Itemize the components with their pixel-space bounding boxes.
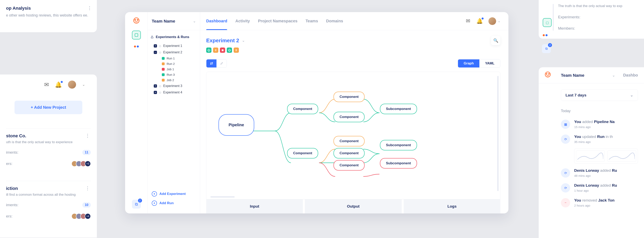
experiments-label: iments: <box>6 150 18 155</box>
add-project-button[interactable]: Add New Project <box>14 101 82 114</box>
card-title: iction <box>6 186 91 191</box>
experiment-3[interactable]: ◇Experiment 3 <box>150 83 197 89</box>
run-2[interactable]: Run 2 <box>150 61 197 66</box>
status-chip-orange[interactable]: ⏸ <box>213 47 218 53</box>
node-pipeline[interactable]: Pipeline <box>218 114 254 136</box>
sidebar: Team Name ⌄ Experiments & Runs ◇Experime… <box>148 12 200 214</box>
run-1[interactable]: Run 1 <box>150 56 197 61</box>
card-body: e other web hosting reviews, this websit… <box>6 13 91 18</box>
node-component[interactable]: Component <box>287 104 318 114</box>
topnav: Dashboard Activity Project Namespaces Te… <box>200 12 508 30</box>
rail-invite-icon[interactable]: ⧉2 <box>132 200 141 209</box>
pipeline-canvas[interactable]: Pipeline Component Component Component S… <box>206 72 500 199</box>
quote-text: The truth is that the only actual way to… <box>558 4 638 8</box>
chevron-down-icon[interactable]: ⌄ <box>612 73 615 78</box>
node-subcomponent[interactable]: Subcomponent <box>380 104 417 114</box>
layout-horizontal-button[interactable]: ⇄ <box>206 59 216 67</box>
activity-text: You updated Run in th <box>574 134 613 139</box>
plus-icon: + <box>152 191 157 197</box>
add-run-button[interactable]: +Add Run <box>152 199 196 208</box>
invite-icon[interactable]: ⧉2 <box>542 44 551 53</box>
search-button[interactable]: 🔍 <box>491 36 500 45</box>
view-yaml-button[interactable]: YAML <box>479 59 500 67</box>
node-component[interactable]: Component <box>334 92 364 102</box>
experiment-4[interactable]: ◇Experiment 4 <box>150 89 197 96</box>
activity-item[interactable]: ⟳You updated Run in th35 mins ago <box>561 132 638 147</box>
activity-item[interactable]: ⟳Denis Lorway added Ru1 hour ago <box>561 180 638 195</box>
activity-time: 1 hour ago <box>574 189 617 192</box>
user-icon: ◇ <box>159 51 161 54</box>
rail-workspace-dots[interactable] <box>543 34 548 36</box>
scrollbar-horizontal[interactable] <box>210 196 235 198</box>
card-title: op Analysis <box>6 6 91 11</box>
tab-input[interactable]: Input <box>206 199 303 214</box>
member-avatars: +4 <box>73 213 91 219</box>
node-component[interactable]: Component <box>334 112 364 122</box>
expand-icon[interactable] <box>154 44 157 47</box>
team-name[interactable]: Team Name <box>561 73 612 78</box>
date-range-select[interactable]: Last 7 days⌄ <box>561 89 638 101</box>
node-component[interactable]: Component <box>287 148 318 158</box>
node-component[interactable]: Component <box>334 148 364 158</box>
node-component[interactable]: Component <box>334 160 364 171</box>
tab-dashboard[interactable]: Dashboard <box>206 12 227 30</box>
more-icon[interactable]: ⋮ <box>85 133 90 138</box>
project-card-stone[interactable]: ⋮ stone Co. uth is that the only actual … <box>6 128 91 167</box>
avatar[interactable] <box>68 81 76 89</box>
tab-logs[interactable]: Logs <box>402 199 500 214</box>
status-chip-orange[interactable]: ⏸ <box>234 47 239 53</box>
scrollbar-vertical[interactable] <box>497 76 498 191</box>
mail-icon[interactable]: ✉ <box>44 81 49 88</box>
job-1[interactable]: Job 1 <box>150 66 197 72</box>
rail-workspace-dots[interactable] <box>134 45 139 47</box>
add-experiment-button[interactable]: +Add Experiment <box>152 189 196 199</box>
team-selector[interactable]: Team Name ⌄ <box>148 12 200 30</box>
tab-output[interactable]: Output <box>303 199 402 214</box>
more-icon[interactable]: ⋮ <box>85 185 90 191</box>
mail-icon[interactable]: ✉ <box>466 18 470 24</box>
bell-icon[interactable]: 🔔 <box>476 18 483 24</box>
tab-dashboard-partial[interactable]: Dashbo <box>623 73 638 78</box>
status-chip-green[interactable]: ⏻ <box>227 47 232 53</box>
user-icon: ◇ <box>159 44 161 47</box>
node-component[interactable]: Component <box>334 136 364 146</box>
members-label: Members: <box>558 26 575 31</box>
expand-icon[interactable] <box>154 91 157 94</box>
chevron-down-icon[interactable]: ⌄ <box>242 38 245 43</box>
more-icon[interactable]: ⋮ <box>87 5 92 11</box>
status-chip-red[interactable]: ⏹ <box>220 47 225 53</box>
projects-panel-partial: ✉ 🔔 ⌄ Add New Project ⋮ stone Co. uth is… <box>0 75 97 238</box>
experiment-1[interactable]: ◇Experiment 1 <box>150 43 197 49</box>
tab-namespaces[interactable]: Project Namespaces <box>258 12 298 30</box>
svg-point-2 <box>137 19 138 20</box>
collapse-icon[interactable] <box>154 51 157 54</box>
expand-icon[interactable] <box>154 84 157 88</box>
activity-time: 35 mins ago <box>574 140 613 143</box>
job-2[interactable]: Job 2 <box>150 77 197 83</box>
avatar[interactable] <box>488 17 496 25</box>
activity-time: 48 mins ago <box>574 174 617 177</box>
tab-domains[interactable]: Domains <box>326 12 343 30</box>
rail-workspace-active[interactable] <box>132 31 141 39</box>
project-card-iction[interactable]: ⋮ iction ill find a common format across… <box>6 181 91 219</box>
view-graph-button[interactable]: Graph <box>458 59 479 67</box>
status-chip-green[interactable]: ⏻ <box>206 47 212 53</box>
tab-teams[interactable]: Teams <box>306 12 318 30</box>
run-3[interactable]: Run 3 <box>150 72 197 77</box>
sparkline-group <box>574 149 638 163</box>
bell-icon[interactable]: 🔔 <box>55 81 62 88</box>
chevron-down-icon[interactable]: ⌄ <box>82 82 85 87</box>
tab-activity[interactable]: Activity <box>235 12 250 30</box>
experiments-group-title: Experiments & Runs <box>150 35 197 39</box>
node-subcomponent[interactable]: Subcomponent <box>380 140 417 150</box>
experiment-2[interactable]: ◇Experiment 2 <box>150 49 197 56</box>
chevron-down-icon[interactable]: ⌄ <box>498 19 500 23</box>
activity-item[interactable]: ▦You added Pipeline Na15 mins ago <box>561 117 638 132</box>
rail-workspace-active[interactable]: ▢ <box>543 18 552 27</box>
layout-expand-button[interactable]: ⤢ <box>216 59 226 67</box>
node-subcomponent[interactable]: Subcomponent <box>380 158 417 169</box>
activity-item[interactable]: ⟳Denis Lorway added Ru48 mins ago <box>561 165 638 180</box>
app-logo-icon[interactable] <box>132 16 140 24</box>
app-logo-icon[interactable] <box>544 71 551 79</box>
activity-item[interactable]: −You removed Jack Ton2 hours ago <box>561 195 638 210</box>
